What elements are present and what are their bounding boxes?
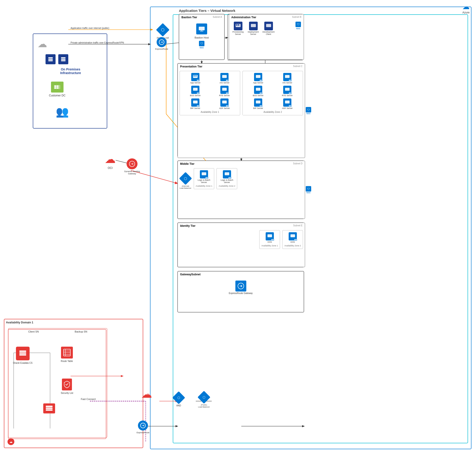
pres-az1: VM VM App Server VM AIS Server — [180, 71, 240, 115]
bastion-host-icon — [196, 23, 207, 34]
svg-rect-44 — [61, 59, 66, 60]
svg-rect-43 — [61, 57, 66, 58]
bastion-nsg: 🛡 NSG — [199, 41, 205, 49]
az2-bip-vm-icon: VM — [254, 98, 262, 107]
server-icon-1 — [45, 54, 56, 64]
svg-rect-73 — [202, 172, 206, 175]
bastion-tier-box: Bastion Tier Subnet A Bastion Host 🛡 NSG — [179, 14, 224, 60]
ohs-az1-icon: VM — [266, 232, 274, 241]
svg-rect-48 — [57, 85, 59, 87]
svg-rect-49 — [54, 87, 56, 89]
fast-connect-icon — [43, 403, 55, 413]
middle-tier-box: Middle Tier Subnet D ⬡ (Internal)Load Ba… — [177, 161, 305, 219]
svg-rect-72 — [285, 100, 290, 104]
expressroute-gateway: ExpressRoute Gateway — [229, 280, 253, 295]
azure-label: ☁ Azure — [462, 2, 470, 14]
aad-icon: ⬡ — [173, 392, 184, 403]
oci-logo-small: ☁ — [7, 438, 14, 445]
az1-ais-vm-icon: VM — [220, 73, 228, 81]
az1-bip-vm-icon: VM — [191, 98, 199, 107]
identity-tier-header: Identity Tier Subnet E — [178, 223, 305, 228]
az1-rte-vm-icon: VM — [220, 86, 228, 94]
svg-rect-50 — [57, 87, 59, 89]
exadata-icon — [16, 347, 29, 360]
middle-az1-server: VM Logic & Batch Server — [196, 170, 212, 183]
admin-tier-header: Administration Tier Subnet B — [229, 14, 304, 20]
ohs-az2-icon: VM — [289, 232, 297, 241]
drg-icon — [127, 159, 138, 169]
er-bottom-icon — [138, 421, 148, 431]
svg-rect-42 — [48, 60, 53, 61]
identity-az2: VM OHS Availability Zone 2 — [282, 230, 303, 249]
drg: Dynamic Routing Gateway — [123, 159, 141, 175]
svg-rect-82 — [64, 349, 70, 356]
svg-rect-75 — [267, 234, 272, 237]
identity-tier-box: Identity Tier Subnet E VM OHS Availabili… — [177, 223, 305, 267]
expressroute-bottom: ExpressRoute — [137, 421, 150, 434]
vnet-title: Application Tiers – Virtual Network — [177, 9, 237, 13]
svg-rect-70 — [285, 88, 290, 91]
middle-content: ⬡ (Internal)Load Balancer VM Logic & Bat… — [178, 166, 305, 191]
route-table: Route Table — [61, 347, 73, 362]
svg-rect-45 — [61, 60, 66, 61]
admin-servers: Provisioning Server Deployment Server De… — [229, 20, 304, 37]
az1-app-vm-icon: VM VM — [191, 73, 199, 81]
svg-rect-51 — [199, 27, 205, 30]
oracle-exadata: Oracle Exadata CS — [13, 347, 33, 364]
pres-az2-label: Availability Zone 2 — [244, 111, 301, 113]
public-lb-2-icon: ⬡ — [198, 392, 210, 403]
svg-rect-65 — [193, 100, 198, 104]
pres-zones: VM VM App Server VM AIS Server — [178, 69, 305, 117]
identity-content: VM OHS Availability Zone 1 VM OHS Availa… — [178, 228, 305, 251]
az1-rte-server: VM RTE Server — [211, 86, 238, 97]
aad: ⬡ AAD — [173, 392, 184, 407]
svg-rect-80 — [19, 352, 26, 354]
svg-rect-40 — [48, 57, 53, 58]
az2-rte-vm-icon: VM — [283, 86, 291, 94]
svg-rect-52 — [200, 31, 203, 31]
internal-lb: ⬡ (Internal)Load Balancer — [180, 173, 191, 189]
svg-rect-67 — [256, 75, 260, 78]
svg-rect-56 — [238, 24, 239, 25]
az2-bip-server: VM BIP Server — [244, 98, 272, 109]
pres-az1-row1: VM VM App Server VM AIS Server — [182, 73, 238, 109]
bastion-content: Bastion Host 🛡 NSG — [179, 20, 224, 53]
az2-adf-vm-icon: VM — [283, 98, 291, 107]
public-traffic-label: Application traffic over internet (publi… — [71, 27, 109, 29]
svg-rect-55 — [236, 24, 237, 25]
idcs: ☁ IDCS — [141, 387, 152, 400]
svg-rect-69 — [256, 88, 260, 91]
az1-adf-server: VM ADF Server — [211, 98, 238, 109]
admin-tier-box: Administration Tier Subnet B Provisionin… — [229, 14, 304, 60]
gateway-content: ExpressRoute Gateway — [178, 277, 304, 298]
middle-az2-server: VM Logic & Batch Server — [219, 170, 235, 183]
svg-rect-60 — [193, 76, 195, 76]
svg-rect-79 — [19, 350, 26, 352]
az2-ais-vm-icon: VM — [283, 73, 291, 81]
az1-bss-vm-icon: VM — [191, 86, 199, 94]
middle-az2: VM Logic & Batch Server Availability Zon… — [217, 168, 237, 189]
admin-nsg: 🛡 NSG — [295, 22, 301, 35]
ohs-az1: VM OHS — [261, 232, 278, 243]
gateway-tier-header: GatewaySubnet — [178, 272, 304, 277]
az2-rte-server: VM RTE Server — [274, 86, 301, 97]
svg-rect-47 — [54, 85, 56, 87]
fast-connect-label: Fast Connect — [81, 398, 95, 401]
middle-az1: VM Logic & Batch Server Availability Zon… — [194, 168, 214, 189]
security-list-icon — [62, 378, 72, 390]
svg-rect-87 — [46, 406, 53, 407]
svg-rect-81 — [19, 354, 26, 356]
fast-connect-server — [43, 403, 55, 413]
security-list: Security List — [61, 378, 73, 394]
az2-app-server: VM App Server — [244, 73, 272, 84]
middle-az2-vm-icon: VM — [223, 170, 231, 178]
pres-tier-box: Presentation Tier Subnet C VM VM App Ser… — [177, 63, 305, 158]
az1-app-server: VM VM App Server — [182, 73, 209, 84]
svg-rect-66 — [222, 100, 227, 104]
expressroute-top: ExpressRoute — [155, 37, 168, 50]
svg-rect-89 — [46, 409, 53, 411]
oci-cloud: ☁ OCI — [105, 153, 116, 170]
pres-az2-grid: VM App Server VM AIS Server — [244, 73, 301, 109]
az1-bip-server: VM BIP Server — [182, 98, 209, 109]
svg-rect-74 — [225, 172, 229, 175]
